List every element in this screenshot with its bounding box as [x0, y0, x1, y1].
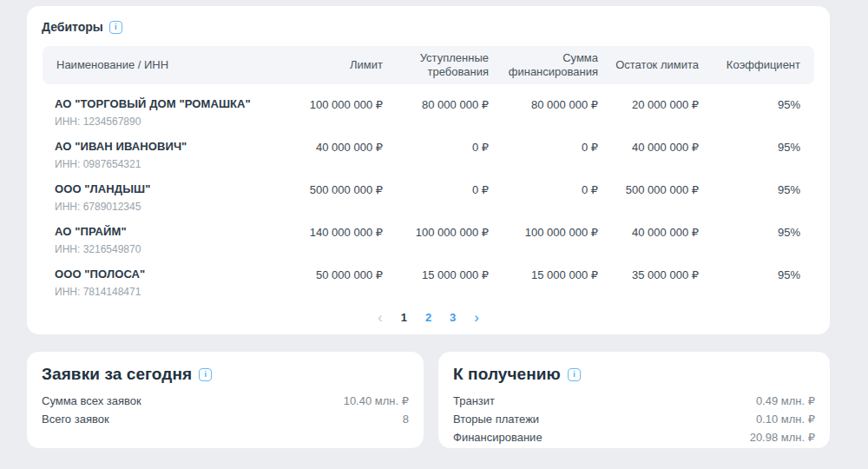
stat-row-transit: Транзит 0.49 млн. ₽: [453, 393, 815, 410]
remaining-value: 35 000 000 ₽: [598, 268, 699, 281]
chevron-left-icon[interactable]: ‹: [378, 312, 383, 323]
pagination: ‹ 1 2 3 ›: [41, 311, 816, 324]
stat-value: 20.98 млн. ₽: [750, 429, 815, 446]
debtor-name: АО "ИВАН ИВАНОВИЧ": [55, 140, 286, 153]
debtor-name: АО "ТОРГОВЫЙ ДОМ "РОМАШКА": [55, 97, 286, 110]
debtor-inn: ИНН: 3216549870: [55, 243, 286, 255]
debtor-name: ООО "ЛАНДЫШ": [55, 182, 286, 195]
today-requests-card: Заявки за сегодня i Сумма всех заявок 10…: [27, 352, 424, 448]
to-receive-stats: Транзит 0.49 млн. ₽ Вторые платежи 0.10 …: [453, 393, 815, 446]
ceded-value: 80 000 000 ₽: [383, 97, 489, 111]
today-requests-stats: Сумма всех заявок 10.40 млн. ₽ Всего зая…: [42, 393, 409, 428]
stat-label: Финансирование: [453, 429, 542, 446]
financing-value: 0 ₽: [489, 182, 598, 196]
financing-value: 0 ₽: [489, 140, 598, 154]
table-row[interactable]: АО "ПРАЙМ" ИНН: 3216549870 140 000 000 ₽…: [41, 214, 816, 256]
debtor-name: ООО "ПОЛОСА": [55, 268, 286, 281]
remaining-value: 40 000 000 ₽: [598, 140, 699, 154]
coefficient-value: 95%: [699, 225, 800, 239]
table-row[interactable]: АО "ТОРГОВЫЙ ДОМ "РОМАШКА" ИНН: 12345678…: [41, 86, 816, 129]
debtor-name-cell: ООО "ПОЛОСА" ИНН: 7814148471: [55, 268, 286, 298]
column-header-coefficient: Коэффициент: [699, 58, 800, 72]
info-icon[interactable]: i: [568, 368, 581, 381]
debtor-name-cell: АО "ИВАН ИВАНОВИЧ" ИНН: 0987654321: [55, 140, 286, 170]
stat-label: Вторые платежи: [453, 411, 539, 428]
remaining-value: 500 000 000 ₽: [598, 182, 699, 196]
stat-label: Транзит: [453, 393, 495, 410]
ceded-value: 0 ₽: [383, 182, 489, 196]
column-header-limit: Лимит: [286, 58, 383, 72]
coefficient-value: 95%: [699, 268, 800, 281]
stat-value: 10.40 млн. ₽: [344, 393, 409, 410]
today-requests-title: Заявки за сегодня: [42, 365, 192, 384]
stat-row-second-payments: Вторые платежи 0.10 млн. ₽: [453, 411, 815, 428]
table-row[interactable]: АО "ИВАН ИВАНОВИЧ" ИНН: 0987654321 40 00…: [41, 129, 816, 171]
financing-value: 15 000 000 ₽: [489, 268, 598, 281]
stat-row-total-sum: Сумма всех заявок 10.40 млн. ₽: [42, 393, 409, 410]
table-row[interactable]: ООО "ПОЛОСА" ИНН: 7814148471 50 000 000 …: [41, 256, 816, 299]
limit-value: 50 000 000 ₽: [286, 268, 383, 281]
remaining-value: 40 000 000 ₽: [598, 225, 699, 239]
debtor-name-cell: ООО "ЛАНДЫШ" ИНН: 6789012345: [55, 182, 286, 213]
chevron-right-icon[interactable]: ›: [474, 312, 479, 323]
stat-row-total-count: Всего заявок 8: [42, 411, 409, 428]
stat-value: 8: [403, 411, 409, 428]
debtor-name-cell: АО "ПРАЙМ" ИНН: 3216549870: [55, 225, 286, 255]
ceded-value: 0 ₽: [383, 140, 489, 154]
stat-label: Сумма всех заявок: [42, 393, 141, 410]
limit-value: 100 000 000 ₽: [286, 97, 383, 111]
financing-value: 100 000 000 ₽: [489, 225, 598, 239]
financing-value: 80 000 000 ₽: [489, 97, 598, 111]
column-header-name: Наименование / ИНН: [56, 58, 286, 72]
coefficient-value: 95%: [699, 97, 800, 111]
column-header-ceded: Уступленные требования: [383, 51, 489, 79]
to-receive-card: К получению i Транзит 0.49 млн. ₽ Вторые…: [438, 352, 830, 448]
info-icon[interactable]: i: [199, 368, 212, 381]
limit-value: 140 000 000 ₽: [286, 225, 383, 239]
ceded-value: 15 000 000 ₽: [383, 268, 489, 281]
stat-label: Всего заявок: [42, 411, 109, 428]
debtor-inn: ИНН: 6789012345: [55, 201, 286, 213]
ceded-value: 100 000 000 ₽: [383, 225, 489, 239]
debtor-inn: ИНН: 0987654321: [55, 158, 286, 170]
stat-row-financing: Финансирование 20.98 млн. ₽: [453, 429, 815, 446]
column-header-remaining: Остаток лимита: [598, 58, 699, 72]
table-header: Наименование / ИНН Лимит Уступленные тре…: [43, 46, 814, 84]
pagination-page-2[interactable]: 2: [425, 311, 431, 324]
coefficient-value: 95%: [699, 140, 800, 154]
limit-value: 40 000 000 ₽: [286, 140, 383, 154]
remaining-value: 20 000 000 ₽: [598, 97, 699, 111]
debtor-name-cell: АО "ТОРГОВЫЙ ДОМ "РОМАШКА" ИНН: 12345678…: [55, 97, 286, 128]
stat-value: 0.10 млн. ₽: [756, 411, 815, 428]
debtor-inn: ИНН: 7814148471: [55, 286, 286, 298]
debtor-name: АО "ПРАЙМ": [55, 225, 286, 238]
limit-value: 500 000 000 ₽: [286, 182, 383, 196]
table-row[interactable]: ООО "ЛАНДЫШ" ИНН: 6789012345 500 000 000…: [41, 171, 816, 214]
today-requests-header: Заявки за сегодня i: [42, 365, 409, 384]
pagination-page-3[interactable]: 3: [450, 311, 456, 324]
debtor-inn: ИНН: 1234567890: [55, 116, 286, 128]
debtors-card-header: Дебиторы i: [41, 20, 816, 34]
column-header-financing: Сумма финансирования: [489, 51, 598, 79]
info-icon[interactable]: i: [109, 21, 122, 34]
coefficient-value: 95%: [699, 182, 800, 196]
to-receive-title: К получению: [453, 365, 561, 384]
to-receive-header: К получению i: [453, 365, 815, 384]
debtors-card: Дебиторы i Наименование / ИНН Лимит Усту…: [27, 6, 830, 334]
stat-value: 0.49 млн. ₽: [756, 393, 815, 410]
pagination-page-1[interactable]: 1: [401, 311, 407, 324]
debtors-title: Дебиторы: [42, 20, 103, 34]
